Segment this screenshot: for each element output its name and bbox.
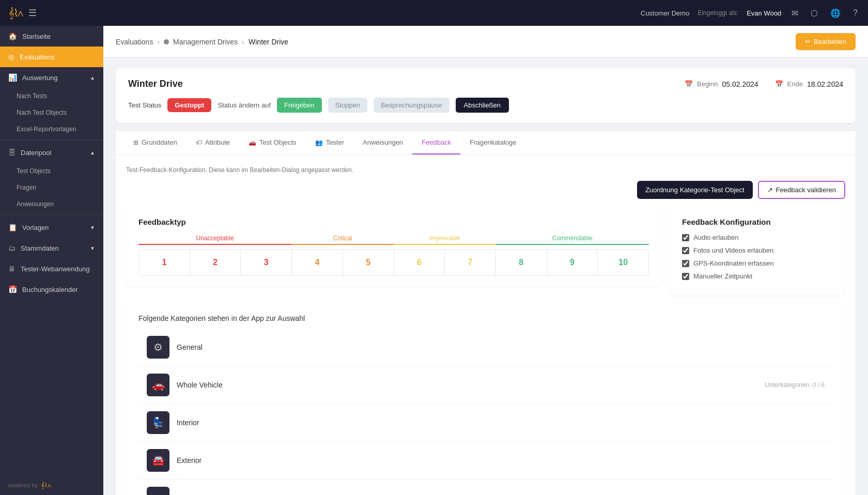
category-item-whole-vehicle[interactable]: 🚗 Whole Vehicle Unterkategorien: 0 / 6 <box>138 366 833 404</box>
bearbeiten-button[interactable]: ✏ Bearbeiten <box>796 33 856 50</box>
chevron-up-icon-2: ▲ <box>90 150 95 156</box>
whole-vehicle-icon-box: 🚗 <box>147 374 169 396</box>
calendar-begin-icon: 📅 <box>685 80 693 88</box>
calendar-icon: 📅 <box>8 285 17 293</box>
category-item-car-body[interactable]: 🚙 Car body <box>138 479 833 495</box>
sidebar-item-test-objects[interactable]: Test Objects <box>0 163 103 179</box>
logo[interactable]: 𝄞⌇∧ <box>8 7 22 19</box>
info-card: Winter Drive 📅 Beginn 05.02.2024 📅 Ende … <box>116 68 856 123</box>
sidebar-item-excel-reportvorlagen[interactable]: Excel-Reportvorlagen <box>0 121 103 137</box>
sidebar-item-startseite[interactable]: 🏠 Startseite <box>0 26 103 47</box>
tab-test-objects[interactable]: 🚗 Test Objects <box>239 131 306 154</box>
config-item-audio: Audio erlauben <box>682 234 833 241</box>
circle-icon: ◎ <box>8 53 14 61</box>
mail-icon[interactable]: ✉ <box>789 6 800 20</box>
logout-icon[interactable]: ⬡ <box>809 6 820 20</box>
top-nav: 𝄞⌇∧ ☰ Customer Demo Eingeloggt als: Evan… <box>0 0 868 26</box>
tab-anweisungen-label: Anweisungen <box>363 138 403 146</box>
begin-label: Beginn <box>697 80 718 88</box>
gps-checkbox[interactable] <box>682 260 689 267</box>
logo-icon: 𝄞⌇∧ <box>8 7 22 19</box>
sidebar-item-buchungskalender[interactable]: 📅 Buchungskalender <box>0 279 103 300</box>
abschliessen-button[interactable]: Abschließen <box>456 98 509 113</box>
chevron-down-icon: ▼ <box>90 225 95 230</box>
category-item-exterior[interactable]: 🚘 Exterior <box>138 442 833 479</box>
sidebar-label-nach-test-objects: Nach Test Objects <box>17 109 67 116</box>
right-col: Feedback Konfiguration Audio erlauben Fo… <box>670 207 845 296</box>
sidebar-label-datenpool: Datenpool <box>21 149 51 157</box>
zeitpunkt-label: Manueller Zeitpunkt <box>693 272 752 280</box>
breadcrumb-management-drives[interactable]: Management Drives <box>173 38 238 46</box>
scale-unacceptable: Unacceptable <box>138 235 291 245</box>
category-item-interior[interactable]: 💺 Interior <box>138 404 833 442</box>
sidebar-section-datenpool[interactable]: 🗄 Datenpool ▲ <box>0 142 103 163</box>
scale-critical: Critical <box>291 235 394 245</box>
top-nav-right: Customer Demo Eingeloggt als: Evan Wood … <box>641 6 860 20</box>
tab-anweisungen[interactable]: Anweisungen <box>353 131 412 154</box>
status-aendern-label: Status ändern auf <box>218 101 271 109</box>
sidebar-label-tester-webanwendung: Tester-Webanwendung <box>21 265 89 273</box>
test-status-label: Test Status <box>128 101 161 109</box>
gear-icon: ⚙ <box>153 341 163 353</box>
external-link-icon: ↗ <box>767 186 773 194</box>
bearbeiten-label: Bearbeiten <box>814 38 846 45</box>
scale-num-4: 4 <box>292 250 343 275</box>
gps-label: GPS-Koordinaten erfassen <box>693 259 773 267</box>
tab-tester[interactable]: 👥 Tester <box>306 131 353 154</box>
car-body-icon: 🚙 <box>152 492 165 495</box>
tab-attribute[interactable]: 🏷 Attribute <box>187 131 239 154</box>
interior-icon-box: 💺 <box>147 411 169 434</box>
breadcrumb-evaluations[interactable]: Evaluations <box>116 38 153 46</box>
calendar-ende-icon: 📅 <box>775 80 783 88</box>
content-area: Winter Drive 📅 Beginn 05.02.2024 📅 Ende … <box>103 58 868 495</box>
stoppen-button[interactable]: Stoppen <box>328 98 367 113</box>
sidebar-label-vorlagen: Vorlagen <box>22 224 49 231</box>
left-col: Feedbacktyp Unacceptable Critical Improv… <box>126 207 661 296</box>
sidebar-item-nach-tests[interactable]: Nach Tests <box>0 88 103 104</box>
menu-icon[interactable]: ☰ <box>28 7 37 19</box>
category-item-general[interactable]: ⚙ General <box>138 329 833 366</box>
feedback-validieren-label: Feedback validieren <box>776 186 836 194</box>
tab-grunddaten[interactable]: ⊞ Grunddaten <box>124 131 187 154</box>
sidebar-label-auswertung: Auswertung <box>22 74 58 82</box>
home-icon: 🏠 <box>8 32 17 40</box>
scale-num-6: 6 <box>394 250 445 275</box>
scale-num-1: 1 <box>139 250 190 275</box>
audio-checkbox[interactable] <box>682 234 689 241</box>
scale-num-7: 7 <box>445 250 496 275</box>
tab-fragenkataloge[interactable]: Fragenkataloge <box>460 131 525 154</box>
globe-icon[interactable]: 🌐 <box>828 6 843 20</box>
sidebar-section-stammdaten[interactable]: 🗂 Stammdaten ▼ <box>0 238 103 258</box>
logged-in-label: Eingeloggt als: <box>698 9 738 17</box>
chevron-down-icon-2: ▼ <box>90 245 95 251</box>
feedback-validieren-button[interactable]: ↗ Feedback validieren <box>758 181 845 199</box>
files-icon: 🗂 <box>8 244 16 252</box>
zeitpunkt-checkbox[interactable] <box>682 273 689 280</box>
sidebar-section-auswertung[interactable]: 📊 Auswertung ▲ <box>0 67 103 88</box>
ende-label: Ende <box>787 80 803 88</box>
sidebar-item-evaluations[interactable]: ◎ Evaluations <box>0 47 103 67</box>
sidebar-item-fragen[interactable]: Fragen <box>0 179 103 196</box>
seat-icon: 💺 <box>152 416 165 429</box>
top-bar: Evaluations › Management Drives › Winter… <box>103 26 868 58</box>
besprechungspause-button[interactable]: Besprechungspause <box>374 98 450 113</box>
tab-content: Test-Feedback-Konfiguration. Diese kann … <box>116 155 856 495</box>
fotos-checkbox[interactable] <box>682 247 689 254</box>
sidebar-label-nach-tests: Nach Tests <box>17 92 47 100</box>
tab-fragenkataloge-label: Fragenkataloge <box>470 138 516 146</box>
whole-vehicle-name: Whole Vehicle <box>177 381 758 389</box>
freigeben-button[interactable]: Freigeben <box>277 98 322 113</box>
test-objects-icon: 🚗 <box>249 139 256 146</box>
customer-demo-label: Customer Demo <box>641 9 690 17</box>
sidebar-item-tester-webanwendung[interactable]: 🖥 Tester-Webanwendung <box>0 258 103 279</box>
powered-by-label: powered by <box>8 482 38 488</box>
info-card-header: Winter Drive 📅 Beginn 05.02.2024 📅 Ende … <box>128 79 843 89</box>
help-icon[interactable]: ? <box>851 6 860 20</box>
sidebar-section-vorlagen[interactable]: 📋 Vorlagen ▼ <box>0 217 103 238</box>
sidebar-item-anweisungen[interactable]: Anweisungen <box>0 196 103 212</box>
zuordnung-button[interactable]: Zuordnung Kategorie-Test Object <box>637 181 753 199</box>
attribute-icon: 🏷 <box>196 139 202 146</box>
sidebar-item-nach-test-objects[interactable]: Nach Test Objects <box>0 104 103 121</box>
tab-feedback[interactable]: Feedback <box>412 131 460 154</box>
gestoppt-badge: Gestoppt <box>167 98 211 112</box>
